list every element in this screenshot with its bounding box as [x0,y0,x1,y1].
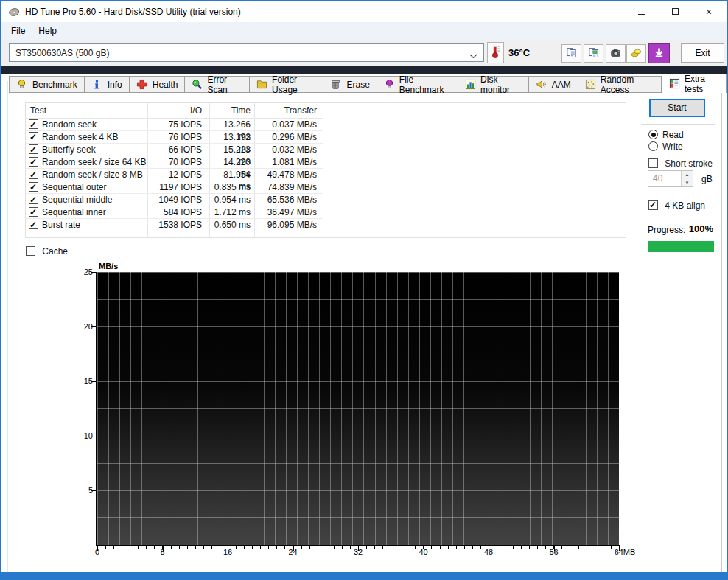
time-value: 0.835 ms [209,181,254,193]
chevron-down-icon [469,51,477,61]
radio-read[interactable] [648,130,658,139]
copy-text-icon [566,47,577,60]
test-checkbox[interactable] [29,144,38,154]
table-row[interactable]: Random seek75 IOPS13.266 ms0.037 MB/s [26,119,323,131]
test-checkbox[interactable] [29,157,38,167]
table-row[interactable]: Random seek / size 64 KB70 IOPS14.220 ms… [26,156,323,169]
transfer-value: 49.478 MB/s [254,169,323,181]
header-transfer[interactable]: Transfer [254,103,323,118]
tab-benchmark[interactable]: Benchmark [9,76,85,93]
x-axis-label: 24 [288,548,297,556]
table-row[interactable]: Random seek / size 8 MB12 IOPS81.954 ms4… [26,169,323,181]
table-row[interactable]: Random seek 4 KB76 IOPS13.192 ms0.296 MB… [26,131,323,144]
test-checkbox[interactable] [29,182,38,192]
size-unit-label: gB [701,174,713,184]
x-axis-label: 64MB [615,548,636,556]
copy-image-button[interactable] [584,44,603,63]
transfer-value: 0.037 MB/s [254,119,323,130]
test-name: Random seek 4 KB [42,131,118,143]
maximize-icon[interactable] [662,1,687,22]
test-name: Random seek / size 64 KB [42,156,146,168]
cache-label: Cache [42,246,68,256]
copy-text-button[interactable] [561,44,581,63]
tab-disk-monitor[interactable]: Disk monitor [458,76,529,93]
window-title: HD Tune Pro 5.60 - Hard Disk/SSD Utility… [25,1,241,22]
x-axis-label: 56 [549,548,558,556]
tab-error-scan[interactable]: Error Scan [185,76,250,93]
header-time[interactable]: Time [209,103,254,118]
column-divider [323,103,323,237]
io-value: 75 IOPS [147,119,209,130]
tab-label: Folder Usage [272,74,316,95]
table-row[interactable]: Sequential inner584 IOPS1.712 ms36.497 M… [26,206,323,219]
tab-info[interactable]: Info [85,76,130,93]
exit-button[interactable]: Exit [681,43,724,63]
tab-erase[interactable]: Erase [323,76,377,93]
temperature-button[interactable] [487,42,504,63]
separator [641,195,715,195]
table-row[interactable]: Sequential middle1049 IOPS0.954 ms65.536… [26,194,323,206]
tab-extra-tests[interactable]: Extra tests [662,74,727,93]
mode-option-read[interactable]: Read [648,129,684,139]
progress-value: 100% [648,223,713,234]
tab-health[interactable]: Health [130,76,186,93]
menu-help[interactable]: Help [32,22,63,40]
table-row[interactable]: Sequential outer1197 IOPS0.835 ms74.839 … [26,181,323,194]
minimize-icon[interactable] [629,1,654,22]
mode-option-write[interactable]: Write [648,141,683,151]
io-value: 76 IOPS [147,131,209,143]
transfer-value: 1.081 MB/s [254,156,323,168]
spin-down-icon[interactable]: ▼ [682,179,693,187]
test-checkbox[interactable] [29,195,38,204]
radio-label: Read [662,130,684,140]
download-button[interactable] [648,43,670,63]
short-stroke-option[interactable]: Short stroke [648,158,713,168]
header-io[interactable]: I/O [147,103,209,118]
menu-file[interactable]: File [4,22,32,40]
test-name: Random seek [42,119,97,130]
radio-write[interactable] [648,141,658,151]
screenshot-button[interactable] [606,44,626,63]
short-stroke-label: Short stroke [665,158,713,169]
test-checkbox[interactable] [29,170,38,179]
purchase-button[interactable] [626,44,646,63]
spinner-arrows[interactable]: ▲ ▼ [681,171,693,186]
short-stroke-checkbox[interactable] [648,158,658,168]
tab-label: Disk monitor [480,74,522,95]
start-button[interactable]: Start [649,99,705,117]
table-row[interactable]: Butterfly seek66 IOPS15.223 ms0.032 MB/s [26,144,323,156]
test-name: Butterfly seek [42,144,96,156]
panel-left-edge [7,81,8,573]
io-value: 12 IOPS [147,169,209,181]
separator [641,220,715,220]
tab-random-access[interactable]: Random Access [578,76,662,93]
tab-label: AAM [552,80,571,90]
random-access-icon [585,79,596,90]
cache-checkbox[interactable] [26,246,35,256]
short-stroke-size-input[interactable]: 40 ▲ ▼ [648,170,693,187]
test-checkbox[interactable] [29,207,38,217]
header-test[interactable]: Test [26,103,147,118]
align-checkbox[interactable] [648,200,658,210]
tab-label: Erase [346,80,369,90]
test-checkbox[interactable] [29,119,38,129]
test-name: Sequential middle [42,194,112,206]
tab-aam[interactable]: AAM [529,76,578,93]
tab-bar: BenchmarkInfoHealthError ScanFolder Usag… [9,74,727,93]
transfer-value: 65.536 MB/s [254,194,323,206]
disk-monitor-icon [465,79,476,90]
cache-option[interactable]: Cache [26,245,68,256]
time-value: 0.954 ms [209,194,254,206]
table-row[interactable]: Burst rate1538 IOPS0.650 ms96.095 MB/s [26,219,323,231]
spin-up-icon[interactable]: ▲ [682,171,693,179]
close-icon[interactable]: × [696,1,721,22]
tab-folder-usage[interactable]: Folder Usage [250,76,323,93]
test-checkbox[interactable] [29,220,38,229]
test-checkbox[interactable] [29,132,38,141]
drive-select[interactable]: ST3500630AS (500 gB) [9,43,484,62]
tab-label: Health [153,80,178,90]
align-option[interactable]: 4 KB align [648,200,705,210]
tab-file-benchmark[interactable]: File Benchmark [377,76,458,93]
x-axis-label: 32 [354,548,363,556]
thermometer-icon [491,43,501,62]
